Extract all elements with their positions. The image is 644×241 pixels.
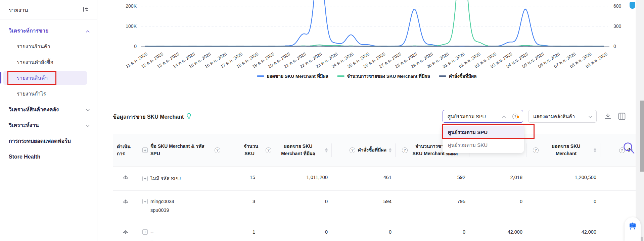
column-header-label: ยอดขาย SKU Merchant (541, 143, 591, 157)
cell-sku_count: 1 (224, 221, 259, 241)
cell-sales_merchant: 1,200,500 (526, 167, 600, 190)
legend-item-2[interactable]: คำสั่งซื้อที่มีผล (439, 72, 477, 80)
sidebar: รายงาน วิเคราะห์การขายรายงานร้านค้ารายงา… (0, 0, 97, 241)
column-header-name[interactable]: +ชื่อ SKU Merchant & รหัส SPU ? (138, 134, 224, 166)
chart-legend: ยอดขาย SKU Merchant ที่มีผลจำนวนการขายขอ… (98, 72, 636, 80)
column-header-sales_merchant[interactable]: ?ยอดขาย SKU Merchant (526, 134, 600, 166)
left-axis-tick: 200K (126, 3, 137, 9)
table-row-0: +ไม่มี รหัส SPU151,011,2004615922,0181,2… (113, 166, 637, 190)
expand-plus-icon[interactable]: + (142, 229, 148, 235)
left-axis-tick: 100K (126, 23, 137, 29)
cell-name: +mingc0034spu0039 (138, 191, 224, 221)
cell-value: 795 (457, 199, 465, 204)
sort-icon[interactable] (389, 148, 392, 153)
cell-qty_sold_effective: 0 (396, 221, 469, 241)
notification-dot (517, 116, 519, 118)
help-icon[interactable]: ? (350, 147, 355, 153)
warehouse-view-dropdown[interactable]: แสดงตามคลังสินค้า (528, 110, 597, 123)
chevron-down-icon (86, 123, 90, 127)
column-header-sku_count[interactable]: จำนวน SKU (224, 134, 259, 166)
cell-sales_merchant: 0 (526, 191, 600, 221)
chevron-up-icon (86, 29, 90, 33)
group-by-dropdown-menu: ศูนย์รวมตาม SPUศูนย์รวมตาม SKU (443, 125, 524, 153)
group-help-button[interactable]: ? (509, 113, 519, 120)
cell-value: 2,018 (510, 175, 522, 180)
lightbulb-icon[interactable] (186, 113, 192, 121)
cell-cut (600, 167, 637, 190)
feedback-board-icon (629, 222, 637, 241)
cell-value: 592 (457, 175, 465, 180)
dropdown-option-1[interactable]: ศูนย์รวมตาม SKU (443, 139, 524, 152)
sidebar-subitem-0-3[interactable]: รายงานกำไร (0, 86, 97, 102)
cell-value: 0 (325, 199, 328, 204)
feedback-widget[interactable] (625, 217, 641, 241)
legend-swatch (257, 75, 264, 77)
sidebar-item-0[interactable]: วิเคราะห์การขาย (0, 23, 97, 39)
chevron-down-icon (588, 114, 592, 118)
name-line: +-- (142, 229, 154, 235)
cell-action (113, 167, 138, 190)
cell-sku_count: 3 (224, 191, 259, 221)
sidebar-item-3[interactable]: การกระทบยอดแพลตฟอร์ม (0, 133, 97, 149)
distribute-icon[interactable] (122, 175, 129, 182)
sku-merchant-table: ดำเนินการ+ชื่อ SKU Merchant & รหัส SPU ?… (113, 134, 637, 241)
cell-value: 15 (250, 175, 255, 180)
sidebar-subitem-0-1[interactable]: รายงานคำสั่งซื้อ (0, 54, 97, 70)
help-icon[interactable]: ? (266, 147, 271, 153)
column-header-label: ดำเนินการ (117, 143, 132, 157)
cell-hidden_col: 2,018 (469, 167, 526, 190)
series-line-0 (145, 0, 604, 46)
cell-hidden_col: 0 (469, 191, 526, 221)
column-header-label: จำนวน SKU (244, 143, 255, 157)
sidebar-subitem-0-2[interactable]: รายงานสินค้า (0, 70, 97, 86)
legend-item-0[interactable]: ยอดขาย SKU Merchant ที่มีผล (257, 72, 328, 80)
search-magnifier-icon[interactable] (622, 141, 636, 157)
download-icon[interactable] (604, 110, 612, 123)
expand-plus-icon[interactable]: + (142, 147, 148, 153)
cell-action (113, 221, 138, 241)
name-text: -- (150, 229, 154, 235)
sidebar-item-1[interactable]: วิเคราะห์สินค้าคงคลัง (0, 102, 97, 117)
distribute-icon[interactable] (122, 199, 129, 206)
floating-widget-top[interactable] (630, 2, 635, 9)
cell-name: +ไม่มี รหัส SPU (138, 167, 224, 190)
chevron-up-icon (502, 114, 506, 118)
cell-value: 1 (252, 229, 255, 235)
cell-value: 3 (252, 199, 255, 204)
legend-swatch (337, 75, 344, 77)
cell-orders_effective: 0 (332, 221, 396, 241)
name-text: ไม่มี รหัส SPU (150, 175, 181, 182)
left-axis-tick: 0 (134, 44, 137, 49)
sidebar-item-label: การกระทบยอดแพลตฟอร์ม (9, 137, 71, 145)
sidebar-item-label: วิเคราะห์สินค้าคงคลัง (9, 105, 59, 114)
distribute-icon[interactable] (122, 229, 129, 237)
name-line: spu0039 (142, 207, 174, 213)
sidebar-title: รายงาน (9, 5, 28, 14)
collapse-sidebar-icon[interactable] (82, 6, 89, 14)
cell-value: 42,000 (582, 229, 596, 235)
columns-settings-icon[interactable] (617, 110, 626, 123)
table-title: ข้อมูลการขาย SKU Merchant (113, 113, 184, 121)
group-by-dropdown[interactable]: ศูนย์รวมตาม SPU ? (443, 110, 523, 123)
sidebar-item-label: วิเคราะห์การขาย (9, 26, 48, 35)
legend-item-1[interactable]: จำนวนการขายของ SKU Merchant ที่มีผล (337, 72, 430, 80)
sidebar-menu: วิเคราะห์การขายรายงานร้านค้ารายงานคำสั่ง… (0, 23, 97, 165)
cell-sku_count: 15 (224, 167, 259, 190)
sidebar-item-4[interactable]: Store Health (0, 149, 97, 165)
sidebar-item-2[interactable]: วิเคราะห์งาน (0, 117, 97, 133)
sort-icon[interactable] (325, 148, 328, 153)
column-header-action[interactable]: ดำเนินการ (113, 134, 138, 166)
help-icon[interactable]: ? (402, 147, 408, 153)
chevron-down-icon (86, 108, 90, 112)
expand-plus-icon[interactable]: + (142, 176, 148, 181)
column-header-sales_effective[interactable]: ?ยอดขาย SKU Merchant ที่มีผล (259, 134, 332, 166)
sidebar-subitem-0-0[interactable]: รายงานร้านค้า (0, 39, 97, 54)
help-icon[interactable]: ? (215, 147, 220, 153)
expand-plus-icon[interactable]: + (142, 199, 148, 204)
name-text: spu0039 (150, 207, 169, 213)
help-icon[interactable]: ? (533, 147, 539, 153)
vertical-scrollbar[interactable] (640, 101, 644, 172)
column-header-orders_effective[interactable]: ?คำสั่งซื้อที่มีผล (332, 134, 396, 166)
dropdown-option-0[interactable]: ศูนย์รวมตาม SPU (443, 126, 524, 139)
sort-icon[interactable] (594, 148, 596, 153)
